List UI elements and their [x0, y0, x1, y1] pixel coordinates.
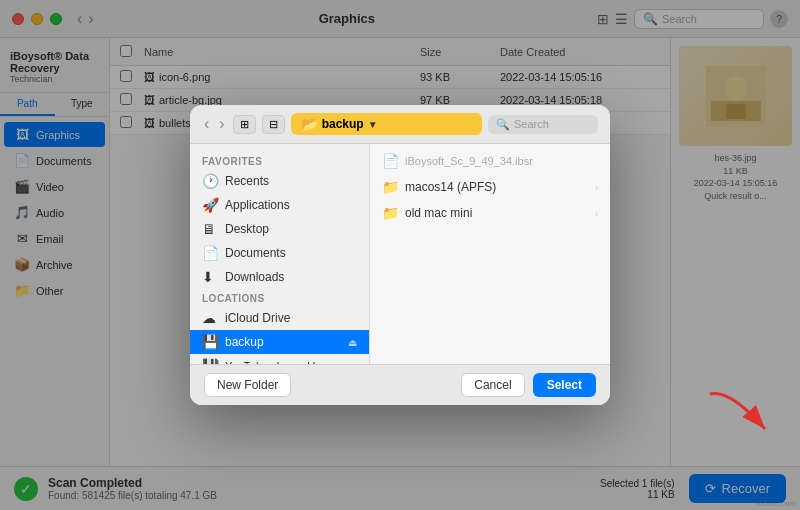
desktop-label: Desktop	[225, 222, 269, 236]
dialog-search-box[interactable]: 🔍 Search	[488, 115, 598, 134]
eject-icon-youtube[interactable]: ⏏	[348, 361, 357, 365]
eject-icon-backup[interactable]: ⏏	[348, 337, 357, 348]
new-folder-button[interactable]: New Folder	[204, 373, 291, 397]
icloud-icon: ☁	[202, 310, 218, 326]
chevron-right-icon-2: ›	[595, 208, 598, 219]
chevron-right-icon: ›	[595, 182, 598, 193]
folder-icon: 📂	[301, 116, 318, 132]
youtube-label: YouTube channel ba...	[225, 360, 334, 364]
icloud-label: iCloud Drive	[225, 311, 290, 325]
locations-label: Locations	[190, 289, 369, 306]
dialog-toolbar: ‹ › ⊞ ⊟ 📂 backup ▼ 🔍 Search	[190, 105, 610, 144]
dialog-sidebar-backup[interactable]: 💾 backup ⏏	[190, 330, 369, 354]
favorites-label: Favorites	[190, 152, 369, 169]
applications-label: Applications	[225, 198, 290, 212]
dialog-body: Favorites 🕐 Recents 🚀 Applications 🖥 Des…	[190, 144, 610, 364]
dialog-sidebar-desktop[interactable]: 🖥 Desktop	[190, 217, 369, 241]
list-item[interactable]: 📁 old mac mini ›	[370, 200, 610, 226]
save-dialog: ‹ › ⊞ ⊟ 📂 backup ▼ 🔍 Search Favorites	[190, 105, 610, 405]
dialog-back-button[interactable]: ‹	[202, 115, 211, 133]
arrow-annotation	[700, 384, 780, 448]
file-icon-0: 📄	[382, 153, 399, 169]
dialog-sidebar-youtube[interactable]: 💾 YouTube channel ba... ⏏	[190, 354, 369, 364]
dialog-columns-view[interactable]: ⊟	[262, 115, 285, 134]
dialog-file-name-2: old mac mini	[405, 206, 472, 220]
dialog-grid-view[interactable]: ⊞	[233, 115, 256, 134]
dialog-forward-button[interactable]: ›	[217, 115, 226, 133]
dialog-file-list: 📄 iBoysoft_Sc_9_49_34.ibsr 📁 macos14 (AP…	[370, 144, 610, 364]
dropdown-icon: ▼	[368, 119, 378, 130]
youtube-drive-icon: 💾	[202, 358, 218, 364]
folder-icon-2: 📁	[382, 205, 399, 221]
downloads-label: Downloads	[225, 270, 284, 284]
cancel-button[interactable]: Cancel	[461, 373, 524, 397]
downloads-icon: ⬇	[202, 269, 218, 285]
backup-drive-icon: 💾	[202, 334, 218, 350]
dialog-sidebar: Favorites 🕐 Recents 🚀 Applications 🖥 Des…	[190, 144, 370, 364]
dialog-sidebar-downloads[interactable]: ⬇ Downloads	[190, 265, 369, 289]
recents-label: Recents	[225, 174, 269, 188]
app-window: ‹ › Graphics ⊞ ☰ 🔍 Search ? iBoysoft® Da…	[0, 0, 800, 510]
select-button[interactable]: Select	[533, 373, 596, 397]
dialog-file-name-0: iBoysoft_Sc_9_49_34.ibsr	[405, 155, 533, 167]
docs-label: Documents	[225, 246, 286, 260]
dialog-location-label: backup	[322, 117, 364, 131]
footer-right: Cancel Select	[461, 373, 596, 397]
docs-icon: 📄	[202, 245, 218, 261]
folder-icon-1: 📁	[382, 179, 399, 195]
watermark: wsxdn.com	[756, 499, 796, 508]
dialog-location[interactable]: 📂 backup ▼	[291, 113, 482, 135]
dialog-sidebar-recents[interactable]: 🕐 Recents	[190, 169, 369, 193]
list-item[interactable]: 📁 macos14 (APFS) ›	[370, 174, 610, 200]
dialog-search-icon: 🔍	[496, 118, 510, 131]
recents-icon: 🕐	[202, 173, 218, 189]
backup-label: backup	[225, 335, 264, 349]
dialog-footer: New Folder Cancel Select	[190, 364, 610, 405]
dialog-sidebar-applications[interactable]: 🚀 Applications	[190, 193, 369, 217]
list-item[interactable]: 📄 iBoysoft_Sc_9_49_34.ibsr	[370, 148, 610, 174]
dialog-sidebar-icloud[interactable]: ☁ iCloud Drive	[190, 306, 369, 330]
dialog-file-name-1: macos14 (APFS)	[405, 180, 496, 194]
applications-icon: 🚀	[202, 197, 218, 213]
dialog-sidebar-documents[interactable]: 📄 Documents	[190, 241, 369, 265]
dialog-overlay: ‹ › ⊞ ⊟ 📂 backup ▼ 🔍 Search Favorites	[0, 0, 800, 510]
desktop-icon: 🖥	[202, 221, 218, 237]
dialog-search-placeholder: Search	[514, 118, 549, 130]
